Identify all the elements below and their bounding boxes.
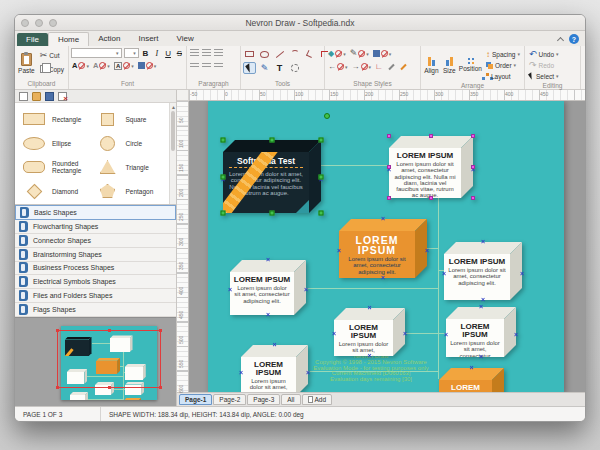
size-button[interactable]: Size [442, 48, 457, 81]
text-shadow-button[interactable]: ▾ [137, 60, 158, 71]
arrow-begin-button[interactable]: ←▾ [327, 61, 349, 72]
format-brush-button[interactable] [398, 62, 408, 72]
canvas-viewport[interactable]: Nevron DrawCopyright © 1998 - 2015 Nevro… [189, 101, 585, 392]
selection-handle-pink[interactable] [429, 134, 433, 138]
page-tab-page-1[interactable]: Page-1 [179, 394, 212, 405]
sidebar-item-business-process-shapes[interactable]: Business Process Shapes [15, 262, 176, 276]
open-library-icon[interactable] [32, 92, 41, 101]
add-page-button[interactable]: Add [302, 394, 333, 405]
copy-button[interactable]: Copy [38, 64, 66, 74]
diagram-box-lorem-ipsum[interactable]: LOREM IPSUMLorem ipsum dolor sit amet, c… [439, 368, 504, 392]
pointer-tool[interactable] [243, 62, 256, 74]
selection-handle-green[interactable] [270, 211, 275, 216]
gallery-item-pentagon[interactable]: Pentagon [95, 179, 169, 203]
diagram-box-softpedia-test[interactable]: Softpedia TestLorem ipsum dolor sit amet… [223, 140, 321, 213]
lasso-tool[interactable] [288, 62, 301, 74]
selection-handle-green[interactable] [319, 174, 324, 179]
drawing-page[interactable]: Nevron DrawCopyright © 1998 - 2015 Nevro… [208, 101, 564, 392]
position-button[interactable]: Position [459, 48, 482, 81]
selection-handle-green[interactable] [319, 211, 324, 216]
redo-button[interactable]: ↷Redo [527, 60, 561, 70]
remove-library-icon[interactable] [58, 92, 67, 101]
tab-view[interactable]: View [167, 32, 202, 46]
pen-tool[interactable]: ✎ [258, 62, 271, 74]
gallery-item-square[interactable]: Square [95, 107, 169, 131]
gallery-item-rounded-rectangle[interactable]: Rounded Rectangle [21, 155, 95, 179]
page-tab-page-3[interactable]: Page-3 [247, 394, 280, 405]
angle-tool-button[interactable]: ∟ [374, 62, 384, 72]
bold-button[interactable]: B [141, 48, 150, 58]
diagram-box-lorem-ipsum[interactable]: LOREM IPSUMLorem ipsum dolor sit amet, c… [334, 308, 405, 356]
font-size-combo[interactable]: ▾ [124, 48, 139, 58]
selection-handle-pink[interactable] [387, 165, 391, 169]
rectangle-tool[interactable] [243, 48, 256, 60]
sidebar-item-flowcharting-shapes[interactable]: Flowcharting Shapes [15, 220, 176, 234]
eyedropper-button[interactable] [386, 62, 396, 72]
polyline-tool[interactable] [303, 48, 316, 60]
gallery-item-ellipse[interactable]: Ellipse [21, 131, 95, 155]
align-right-button[interactable] [213, 48, 223, 58]
tab-insert[interactable]: Insert [129, 32, 167, 46]
text-tool[interactable]: T [273, 62, 286, 74]
gallery-item-item[interactable] [21, 203, 95, 205]
selection-handle-green[interactable] [270, 138, 275, 143]
sidebar-item-flags-shapes[interactable]: Flags Shapes [15, 303, 176, 317]
align-button[interactable]: Align [423, 48, 440, 81]
selection-handle-green[interactable] [221, 174, 226, 179]
align-center-button[interactable] [201, 48, 211, 58]
cut-button[interactable]: ✂ Cut [38, 50, 66, 60]
selection-handle-pink[interactable] [429, 196, 433, 200]
page-tab-page-2[interactable]: Page-2 [213, 394, 246, 405]
diagram-box-lorem-ipsum[interactable]: LOREM IPSUMLorem ipsum dolor sit amet, c… [444, 242, 522, 300]
shape-fill-button[interactable]: ◆▾ [327, 48, 347, 59]
valign-middle-button[interactable] [201, 60, 211, 70]
curve-tool[interactable] [288, 48, 301, 60]
italic-button[interactable]: I [152, 48, 161, 58]
collapse-ribbon-icon[interactable] [557, 36, 564, 43]
selection-handle-green[interactable] [221, 211, 226, 216]
diagram-box-lorem-ipsum[interactable]: LOREM IPSUMLorem ipsum dolor sit amet, c… [230, 260, 306, 315]
diagram-box-lorem-ipsum[interactable]: LOREM IPSUMLorem ipsum dolor sit amet, c… [339, 219, 427, 278]
gallery-scrollbar[interactable]: ▲ [169, 103, 176, 204]
text-fill-button[interactable]: A▾ [71, 60, 90, 71]
diagram-box-lorem-ipsum[interactable]: LOREM IPSUMLorem ipsum dolor sit amet, c… [241, 345, 308, 392]
sidebar-item-files-and-folders-shapes[interactable]: Files and Folders Shapes [15, 289, 176, 303]
selection-handle-green[interactable] [319, 138, 324, 143]
tab-home[interactable]: Home [48, 32, 89, 46]
ellipse-tool[interactable] [258, 48, 271, 60]
minimap-viewport[interactable] [57, 330, 161, 388]
paste-button[interactable]: Paste [17, 48, 36, 79]
selection-handle-pink[interactable] [471, 165, 475, 169]
selection-handle-pink[interactable] [471, 196, 475, 200]
sidebar-item-electrical-symbols-shapes[interactable]: Electrical Symbols Shapes [15, 275, 176, 289]
arrow-end-button[interactable]: →▾ [351, 61, 373, 72]
page-tab-all[interactable]: All [281, 394, 300, 405]
strikethrough-button[interactable]: S [175, 48, 184, 58]
sidebar-item-brainstorming-shapes[interactable]: Brainstorming Shapes [15, 248, 176, 262]
diagram-box-lorem-ipsum[interactable]: LOREM IPSUMLorem ipsum dolor sit amet, c… [446, 307, 516, 357]
text-outline-button[interactable]: A▾ [92, 60, 111, 71]
layout-button[interactable]: Layout [484, 71, 522, 81]
rotation-handle[interactable] [324, 113, 330, 119]
help-button[interactable]: ? [569, 34, 579, 44]
gallery-item-rectangle[interactable]: Rectangle [21, 107, 95, 131]
save-library-icon[interactable] [45, 92, 54, 101]
sidebar-item-connector-shapes[interactable]: Connector Shapes [15, 234, 176, 248]
select-button[interactable]: Select▾ [527, 71, 561, 81]
align-left-button[interactable] [189, 48, 199, 58]
text-highlight-button[interactable]: A▾ [113, 60, 135, 71]
new-library-icon[interactable] [19, 92, 28, 101]
file-tab[interactable]: File [17, 33, 48, 46]
gallery-item-triangle[interactable]: Triangle [95, 155, 169, 179]
undo-button[interactable]: ↶Undo▾ [527, 49, 561, 59]
shape-stroke-button[interactable]: ✎▾ [349, 48, 370, 59]
gallery-item-item[interactable] [95, 203, 169, 205]
valign-bottom-button[interactable] [213, 60, 223, 70]
scroll-up-icon[interactable]: ▲ [171, 104, 176, 110]
order-button[interactable]: Order▾ [484, 60, 522, 70]
selection-handle-pink[interactable] [387, 196, 391, 200]
spacing-button[interactable]: ↕Spacing▾ [484, 49, 522, 59]
selection-handle-green[interactable] [221, 138, 226, 143]
selection-handle-pink[interactable] [387, 134, 391, 138]
shape-shadow-button[interactable]: ▾ [372, 48, 393, 59]
